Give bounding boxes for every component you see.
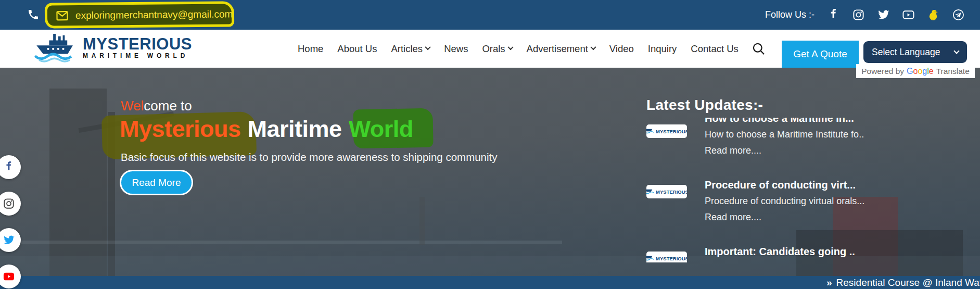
hero-title-word: World xyxy=(349,116,413,142)
hero-title-word: Mysterious xyxy=(120,116,241,142)
nav-item-advertisement[interactable]: Advertisement xyxy=(527,43,595,55)
select-language-label: Select Language xyxy=(872,47,940,58)
welcome-rest-text: come to xyxy=(144,98,192,114)
hero-welcome-line: Welcome to xyxy=(121,98,192,114)
update-title[interactable]: Procedure of conducting virt... xyxy=(705,178,864,192)
topbar-social-area: Follow Us :- xyxy=(765,0,964,30)
google-letter: g xyxy=(922,67,927,76)
update-thumbnail-logo: MYSTERIOUS xyxy=(646,252,687,262)
thumbnail-brand-text: MYSTERIOUS xyxy=(656,129,687,134)
nav-item-contact-us[interactable]: Contact Us xyxy=(691,43,739,55)
envelope-icon xyxy=(56,10,69,21)
thumbnail-brand-text: MYSTERIOUS xyxy=(656,256,687,261)
telegram-icon xyxy=(952,9,964,21)
nav-item-home[interactable]: Home xyxy=(298,43,323,55)
nav-item-label: News xyxy=(444,43,468,55)
welcome-accent-text: Wel xyxy=(121,98,144,114)
google-letter: o xyxy=(918,67,922,76)
read-more-button[interactable]: Read More xyxy=(120,170,193,195)
update-read-more-link[interactable]: Read more.... xyxy=(705,211,864,223)
hero-section: Welcome to MysteriousMaritimeWorld Basic… xyxy=(0,68,980,276)
brand-title: MYSTERIOUS xyxy=(83,36,192,52)
nav-item-label: Orals xyxy=(482,43,505,55)
translate-label: Translate xyxy=(936,67,970,76)
update-title[interactable]: How to choose a Maritime In... xyxy=(705,118,864,125)
nav-item-orals[interactable]: Orals xyxy=(482,43,512,55)
ticker-text: Residential Course @ Inland Wate xyxy=(836,277,980,288)
nav-item-label: Inquiry xyxy=(648,43,677,55)
update-description: How to choose a Maritime Institute fo.. xyxy=(705,128,864,141)
instagram-icon xyxy=(852,9,864,21)
nav-item-inquiry[interactable]: Inquiry xyxy=(648,43,677,55)
ticker-link[interactable]: » Residential Course @ Inland Wate xyxy=(826,276,980,289)
hero-title: MysteriousMaritimeWorld xyxy=(120,116,420,143)
facebook-icon xyxy=(828,9,839,21)
update-item: MYSTERIOUSHow to choose a Maritime In...… xyxy=(646,118,959,156)
update-item: MYSTERIOUSImportant: Candidates going .. xyxy=(646,245,959,262)
mini-ship-icon xyxy=(646,254,654,262)
mini-ship-icon xyxy=(646,187,654,196)
koo-icon xyxy=(927,9,939,21)
floating-social-facebook[interactable] xyxy=(0,155,21,179)
nav-item-news[interactable]: News xyxy=(444,43,468,55)
floating-social-youtube[interactable] xyxy=(0,265,21,288)
update-read-more-link[interactable]: Read more.... xyxy=(705,145,864,156)
nav-item-label: About Us xyxy=(337,43,377,55)
ship-logo-icon xyxy=(32,33,79,63)
latest-updates-list: MYSTERIOUSHow to choose a Maritime In...… xyxy=(646,118,959,262)
chevron-down-icon xyxy=(953,48,959,54)
nav-item-label: Contact Us xyxy=(691,43,739,55)
social-link-koo[interactable] xyxy=(927,9,939,21)
phone-icon[interactable] xyxy=(27,8,40,21)
email-highlight-annotation: exploringmerchantnavy@gmail.com xyxy=(45,1,234,28)
email-link[interactable]: exploringmerchantnavy@gmail.com xyxy=(75,8,233,21)
youtube-icon xyxy=(902,9,914,21)
floating-social-rail xyxy=(0,155,21,289)
twitter-icon xyxy=(3,234,15,246)
update-thumbnail-logo: MYSTERIOUS xyxy=(646,185,687,198)
social-link-instagram[interactable] xyxy=(852,9,864,21)
google-letter: e xyxy=(929,67,934,76)
news-ticker-bar: » Residential Course @ Inland Wate xyxy=(0,276,980,289)
nav-item-label: Video xyxy=(609,43,634,55)
double-chevron-icon: » xyxy=(826,277,832,288)
update-text-column: Procedure of conducting virt...Procedure… xyxy=(705,178,864,223)
floating-social-twitter[interactable] xyxy=(0,228,21,252)
update-text-column: How to choose a Maritime In...How to cho… xyxy=(705,118,864,156)
nav-item-label: Articles xyxy=(391,43,423,55)
social-link-youtube[interactable] xyxy=(902,9,914,21)
chevron-down-icon xyxy=(425,44,430,49)
mini-ship-icon xyxy=(646,127,654,136)
chevron-down-icon xyxy=(590,44,596,49)
powered-by-label: Powered by xyxy=(861,67,904,76)
follow-us-label: Follow Us :- xyxy=(765,9,814,20)
hero-title-word: Maritime xyxy=(248,116,342,142)
social-link-twitter[interactable] xyxy=(877,9,889,21)
google-logo: Google xyxy=(907,67,934,76)
social-link-facebook[interactable] xyxy=(828,9,839,21)
select-language-dropdown[interactable]: Select Language xyxy=(863,41,967,63)
social-link-telegram[interactable] xyxy=(952,9,964,21)
latest-updates-panel: Latest Updates:- MYSTERIOUSHow to choose… xyxy=(646,97,959,262)
update-title[interactable]: Important: Candidates going .. xyxy=(705,245,855,258)
update-description: Procedure of conducting virtual orals... xyxy=(705,195,864,207)
get-a-quote-button[interactable]: Get A Quote xyxy=(782,41,859,68)
hero-subtitle: Basic focus of this website is to provid… xyxy=(121,151,498,164)
nav-item-about-us[interactable]: About Us xyxy=(337,43,377,55)
brand-tagline: MARITIME WORLD xyxy=(83,52,192,60)
google-letter: G xyxy=(907,67,913,76)
main-navbar: MYSTERIOUS MARITIME WORLD HomeAbout UsAr… xyxy=(0,30,980,68)
social-icon-list xyxy=(828,9,964,21)
nav-item-label: Home xyxy=(298,43,323,55)
google-translate-attribution: Powered by Google Translate xyxy=(856,64,975,78)
search-icon[interactable] xyxy=(752,42,766,56)
floating-social-instagram[interactable] xyxy=(0,192,21,216)
site-logo[interactable]: MYSTERIOUS MARITIME WORLD xyxy=(32,33,192,63)
nav-item-video[interactable]: Video xyxy=(609,43,634,55)
chevron-down-icon xyxy=(507,44,513,49)
nav-item-articles[interactable]: Articles xyxy=(391,43,430,55)
twitter-icon xyxy=(877,9,889,21)
facebook-icon xyxy=(3,161,15,173)
nav-item-label: Advertisement xyxy=(527,43,588,55)
latest-updates-heading: Latest Updates:- xyxy=(646,97,959,114)
